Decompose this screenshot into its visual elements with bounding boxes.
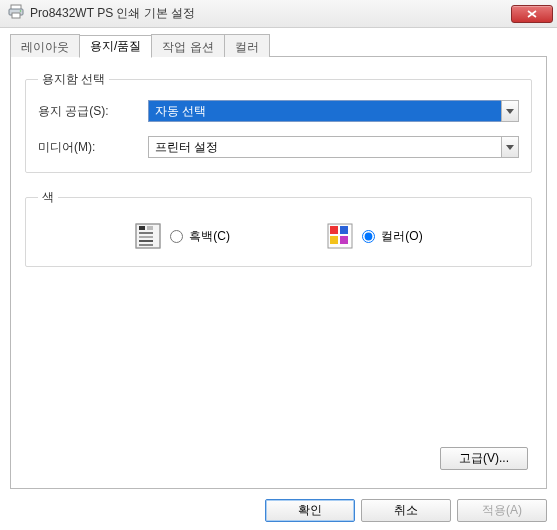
svg-rect-11 (139, 244, 153, 246)
color-radio-input[interactable] (362, 230, 375, 243)
svg-rect-6 (139, 226, 145, 230)
color-icon (326, 222, 354, 250)
chevron-down-icon[interactable] (501, 136, 519, 158)
advanced-button[interactable]: 고급(V)... (440, 447, 528, 470)
media-select[interactable]: 프린터 설정 (148, 136, 519, 158)
window-title: Pro8432WT PS 인쇄 기본 설정 (30, 5, 511, 22)
svg-rect-9 (139, 236, 153, 238)
color-radio-label: 컬러(O) (381, 228, 422, 245)
bw-radio-input[interactable] (170, 230, 183, 243)
printer-icon (8, 4, 24, 23)
apply-button[interactable]: 적용(A) (457, 499, 547, 522)
tray-select-legend: 용지함 선택 (38, 71, 109, 88)
tab-job-options[interactable]: 작업 옵션 (151, 34, 224, 57)
title-bar: Pro8432WT PS 인쇄 기본 설정 (0, 0, 557, 28)
svg-rect-2 (12, 13, 20, 18)
color-group: 색 (25, 189, 532, 267)
tab-layout[interactable]: 레이아웃 (10, 34, 80, 57)
color-radio[interactable]: 컬러(O) (362, 228, 422, 245)
paper-source-select[interactable]: 자동 선택 (148, 100, 519, 122)
color-legend: 색 (38, 189, 58, 206)
ok-button[interactable]: 확인 (265, 499, 355, 522)
dialog-footer: 확인 취소 적용(A) (0, 499, 557, 522)
svg-rect-15 (330, 236, 338, 244)
close-icon (527, 7, 537, 21)
svg-rect-13 (330, 226, 338, 234)
tab-bar: 레이아웃 용지/품질 작업 옵션 컬러 (10, 34, 547, 57)
chevron-down-icon[interactable] (501, 100, 519, 122)
svg-rect-14 (340, 226, 348, 234)
tray-select-group: 용지함 선택 용지 공급(S): 자동 선택 미디어(M): 프린터 설정 (25, 71, 532, 173)
close-button[interactable] (511, 5, 553, 23)
tab-paper-quality[interactable]: 용지/품질 (79, 35, 152, 58)
paper-source-label: 용지 공급(S): (38, 103, 148, 120)
svg-rect-8 (139, 232, 153, 234)
paper-source-value: 자동 선택 (148, 100, 501, 122)
svg-rect-16 (340, 236, 348, 244)
bw-radio-label: 흑백(C) (189, 228, 230, 245)
svg-rect-10 (139, 240, 153, 242)
tab-colour[interactable]: 컬러 (224, 34, 270, 57)
media-label: 미디어(M): (38, 139, 148, 156)
svg-point-3 (20, 10, 22, 12)
svg-rect-7 (147, 226, 153, 230)
media-value: 프린터 설정 (148, 136, 501, 158)
black-white-icon (134, 222, 162, 250)
bw-radio[interactable]: 흑백(C) (170, 228, 230, 245)
cancel-button[interactable]: 취소 (361, 499, 451, 522)
tab-panel: 용지함 선택 용지 공급(S): 자동 선택 미디어(M): 프린터 설정 색 (10, 57, 547, 489)
